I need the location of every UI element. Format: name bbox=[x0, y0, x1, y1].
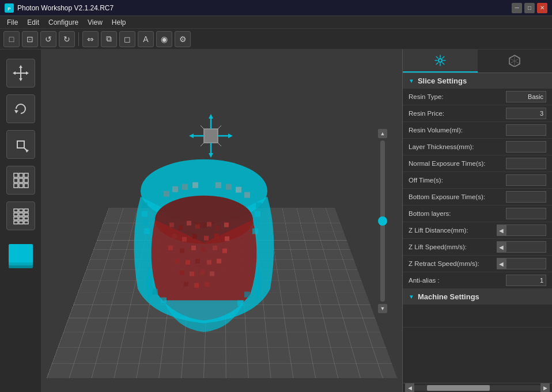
slider-down-button[interactable]: ▼ bbox=[378, 304, 387, 313]
settings-label-0: Resin Type: bbox=[409, 93, 506, 100]
svg-rect-16 bbox=[19, 178, 23, 182]
svg-rect-29 bbox=[24, 217, 28, 220]
tab-model[interactable] bbox=[478, 50, 553, 73]
svg-rect-71 bbox=[255, 211, 260, 216]
svg-rect-59 bbox=[180, 270, 184, 275]
horizontal-scrollbar-track[interactable] bbox=[414, 385, 540, 391]
grid-tool-1[interactable] bbox=[6, 166, 35, 195]
machine-triangle-icon: ▼ bbox=[409, 294, 414, 300]
svg-rect-57 bbox=[207, 260, 211, 264]
svg-rect-12 bbox=[14, 173, 18, 177]
settings-label-7: Bottom layers: bbox=[409, 210, 506, 217]
svg-rect-76 bbox=[244, 291, 250, 297]
svg-rect-83 bbox=[226, 184, 232, 189]
toolbar-slice-button[interactable]: ⧉ bbox=[101, 31, 117, 47]
svg-text:P: P bbox=[7, 6, 11, 12]
svg-rect-28 bbox=[19, 217, 23, 220]
slice-settings-title: Slice Settings bbox=[418, 77, 467, 85]
svg-rect-52 bbox=[213, 245, 217, 250]
settings-input-0[interactable] bbox=[506, 91, 546, 102]
settings-input-6[interactable] bbox=[506, 191, 546, 203]
toolbar-text-button[interactable]: A bbox=[138, 31, 154, 47]
machine-settings-header[interactable]: ▼ Machine Settings bbox=[403, 289, 552, 305]
maximize-button[interactable]: □ bbox=[524, 3, 535, 13]
svg-rect-31 bbox=[19, 221, 23, 224]
svg-rect-46 bbox=[214, 233, 219, 238]
svg-rect-58 bbox=[217, 258, 221, 263]
svg-rect-35 bbox=[169, 222, 174, 227]
scale-tool[interactable] bbox=[6, 130, 35, 159]
svg-rect-22 bbox=[19, 209, 23, 212]
settings-arrow-10[interactable]: ◀ bbox=[497, 258, 506, 269]
viewport[interactable]: ▲ ▼ bbox=[41, 50, 402, 392]
panel-tabs bbox=[403, 50, 552, 73]
settings-arrow-8[interactable]: ◀ bbox=[497, 224, 506, 236]
toolbar-redo-button[interactable]: ↻ bbox=[59, 31, 75, 47]
grid-tool-2[interactable] bbox=[6, 201, 35, 230]
settings-input-9[interactable] bbox=[506, 241, 546, 253]
rotate-tool[interactable] bbox=[6, 94, 35, 123]
svg-rect-21 bbox=[14, 209, 18, 212]
menu-item-view[interactable]: View bbox=[83, 17, 107, 28]
svg-rect-70 bbox=[256, 202, 262, 208]
menu-item-help[interactable]: Help bbox=[107, 17, 131, 28]
svg-line-88 bbox=[218, 125, 221, 129]
scroll-left-button[interactable]: ◀ bbox=[405, 383, 414, 393]
svg-rect-64 bbox=[194, 283, 199, 287]
svg-rect-73 bbox=[252, 228, 258, 234]
settings-input-1[interactable] bbox=[506, 108, 546, 119]
svg-rect-24 bbox=[14, 213, 18, 216]
settings-row-7: Bottom layers: bbox=[403, 205, 552, 222]
svg-rect-66 bbox=[142, 202, 148, 208]
svg-rect-36 bbox=[178, 225, 183, 230]
horizontal-scrollbar-thumb[interactable] bbox=[427, 385, 490, 391]
settings-input-11[interactable] bbox=[506, 275, 546, 286]
svg-rect-39 bbox=[207, 222, 211, 226]
menu-item-edit[interactable]: Edit bbox=[22, 17, 44, 28]
settings-label-5: Off Time(s): bbox=[409, 177, 506, 184]
toolbar-undo-button[interactable]: ↺ bbox=[40, 31, 56, 47]
svg-marker-4 bbox=[19, 65, 22, 68]
settings-input-2[interactable] bbox=[506, 124, 546, 136]
close-button[interactable]: ✕ bbox=[537, 3, 547, 13]
settings-arrow-9[interactable]: ◀ bbox=[497, 241, 506, 253]
move-tool[interactable] bbox=[6, 59, 35, 87]
svg-rect-19 bbox=[19, 184, 23, 188]
slider-thumb[interactable] bbox=[378, 216, 387, 226]
svg-rect-47 bbox=[225, 236, 229, 241]
settings-input-5[interactable] bbox=[506, 174, 546, 186]
toolbar-support-button[interactable]: ⚙ bbox=[175, 31, 191, 47]
svg-rect-25 bbox=[19, 213, 23, 216]
settings-row-8: Z Lift Distance(mm):◀ bbox=[403, 222, 552, 239]
layers-tool[interactable] bbox=[6, 237, 35, 268]
minimize-button[interactable]: ─ bbox=[512, 3, 522, 13]
toolbar-sphere-button[interactable]: ◉ bbox=[156, 31, 172, 47]
menu-item-configure[interactable]: Configure bbox=[44, 17, 83, 28]
app-icon: P bbox=[5, 3, 14, 13]
title-bar: P Photon Workshop V2.1.24.RC7 ─ □ ✕ bbox=[0, 0, 552, 16]
settings-row-5: Off Time(s): bbox=[403, 172, 552, 189]
settings-input-3[interactable] bbox=[506, 141, 546, 153]
tab-settings[interactable] bbox=[403, 50, 478, 73]
settings-row-6: Bottom Exposure Time(s): bbox=[403, 189, 552, 205]
toolbar-mirror-button[interactable]: ⇔ bbox=[82, 31, 99, 47]
svg-rect-74 bbox=[152, 288, 158, 294]
transform-widget[interactable] bbox=[188, 113, 234, 161]
settings-input-4[interactable] bbox=[506, 158, 546, 169]
svg-marker-6 bbox=[13, 71, 16, 75]
toolbar-open-button[interactable]: ⊡ bbox=[22, 31, 38, 47]
slider-up-button[interactable]: ▲ bbox=[378, 129, 387, 138]
toolbar-new-button[interactable]: □ bbox=[3, 31, 20, 47]
svg-rect-84 bbox=[236, 187, 241, 192]
svg-marker-11 bbox=[25, 149, 29, 153]
menu-item-file[interactable]: File bbox=[2, 17, 22, 28]
toolbar-box-button[interactable]: ◻ bbox=[119, 31, 135, 47]
settings-row-3: Layer Thickness(mm): bbox=[403, 139, 552, 155]
svg-rect-63 bbox=[184, 281, 188, 286]
scroll-right-button[interactable]: ▶ bbox=[540, 383, 550, 393]
slice-settings-header[interactable]: ▼ Slice Settings bbox=[403, 73, 552, 89]
panel-content[interactable]: ▼ Slice Settings Resin Type:Resin Price:… bbox=[403, 73, 552, 383]
settings-input-10[interactable] bbox=[506, 258, 546, 269]
settings-input-7[interactable] bbox=[506, 208, 546, 219]
settings-input-8[interactable] bbox=[506, 224, 546, 236]
